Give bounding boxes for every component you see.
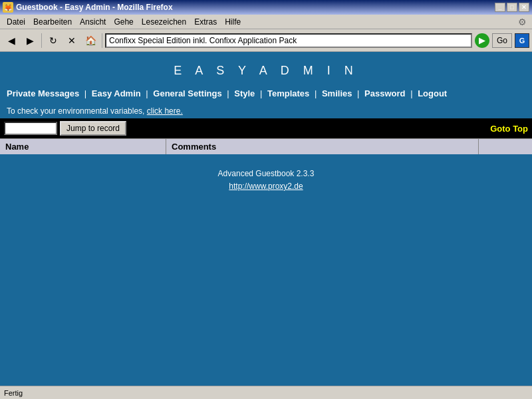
table-header: Name Comments	[0, 138, 532, 154]
forward-button[interactable]: ▶	[21, 32, 39, 49]
menu-hilfe[interactable]: Hilfe	[221, 16, 245, 28]
menu-bar: Datei Bearbeiten Ansicht Gehe Lesezeiche…	[0, 15, 532, 29]
go-icon: ▶	[475, 33, 489, 48]
footer-line1: Advanced Guestbook 2.3.3	[0, 168, 532, 180]
footer-link[interactable]: http://www.proxy2.de	[229, 182, 303, 191]
window-title: Guestbook - Easy Admin - Mozilla Firefox	[16, 3, 495, 12]
env-check-link[interactable]: click here.	[147, 106, 183, 116]
go-button[interactable]: Go	[492, 33, 512, 48]
col-actions	[479, 139, 532, 154]
env-check-bar: To check your environmental variables, c…	[0, 104, 532, 118]
browser-window: 🦊 Guestbook - Easy Admin - Mozilla Firef…	[0, 0, 532, 399]
menu-datei[interactable]: Datei	[3, 16, 29, 28]
menu-bearbeiten[interactable]: Bearbeiten	[29, 16, 76, 28]
stop-button[interactable]: ✕	[63, 32, 80, 49]
back-button[interactable]: ◀	[3, 32, 20, 49]
goto-top-link[interactable]: Goto Top	[490, 124, 528, 134]
toolbar: ◀ ▶ ↻ ✕ 🏠 Confixx Special Edition inkl. …	[0, 29, 532, 52]
page-title: E A S Y A D M I N	[0, 52, 532, 86]
title-bar: 🦊 Guestbook - Easy Admin - Mozilla Firef…	[0, 0, 532, 15]
nav-bar: Private Messages | Easy Admin | General …	[0, 86, 532, 104]
address-bar: Confixx Special Edition inkl. Confixx Ap…	[105, 33, 472, 48]
firefox-icon: 🦊	[3, 2, 13, 13]
reload-button[interactable]: ↻	[45, 32, 62, 49]
search-icon: G	[519, 37, 525, 45]
menu-lesezeichen[interactable]: Lesezeichen	[138, 16, 190, 28]
close-button[interactable]: ✕	[519, 3, 529, 12]
jump-bar: Jump to record Goto Top	[0, 118, 532, 138]
page-content: E A S Y A D M I N Private Messages | Eas…	[0, 52, 532, 386]
menu-ansicht[interactable]: Ansicht	[76, 16, 110, 28]
menu-gehe[interactable]: Gehe	[110, 16, 137, 28]
env-check-text: To check your environmental variables,	[7, 106, 144, 116]
toolbar-separator-1	[41, 33, 42, 48]
settings-icon: ⚙	[515, 15, 529, 29]
status-text: Fertig	[4, 389, 23, 397]
search-button[interactable]: G	[515, 33, 529, 48]
footer: Advanced Guestbook 2.3.3 http://www.prox…	[0, 154, 532, 200]
maximize-button[interactable]: □	[507, 3, 517, 12]
nav-style[interactable]: Style	[234, 88, 255, 98]
window-controls: _ □ ✕	[495, 3, 529, 12]
col-comments: Comments	[166, 139, 479, 154]
jump-to-record-button[interactable]: Jump to record	[60, 121, 126, 136]
minimize-button[interactable]: _	[495, 3, 505, 12]
nav-general-settings[interactable]: General Settings	[153, 88, 221, 98]
jump-input[interactable]	[4, 122, 57, 135]
nav-smilies[interactable]: Smilies	[322, 88, 352, 98]
status-bar: Fertig	[0, 386, 532, 399]
nav-logout[interactable]: Logout	[418, 88, 447, 98]
address-text[interactable]: Confixx Special Edition inkl. Confixx Ap…	[109, 36, 297, 45]
menu-extras[interactable]: Extras	[190, 16, 221, 28]
home-button[interactable]: 🏠	[82, 32, 99, 49]
nav-templates[interactable]: Templates	[267, 88, 309, 98]
jump-controls: Jump to record	[4, 121, 126, 136]
nav-password[interactable]: Password	[364, 88, 405, 98]
nav-easy-admin[interactable]: Easy Admin	[92, 88, 141, 98]
col-name: Name	[0, 139, 166, 154]
nav-private-messages[interactable]: Private Messages	[7, 88, 79, 98]
toolbar-separator-2	[102, 33, 102, 48]
